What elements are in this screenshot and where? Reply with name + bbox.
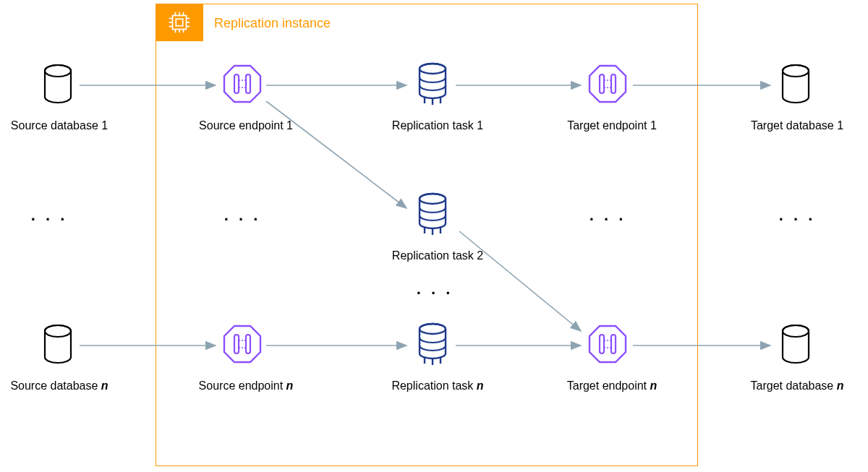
replication-task-icon xyxy=(414,322,451,369)
label-italic: n xyxy=(101,379,109,392)
endpoint-icon xyxy=(587,63,629,108)
label-italic: n xyxy=(286,379,294,392)
svg-marker-38 xyxy=(224,326,260,362)
replication-task-1-label: Replication task 1 xyxy=(392,119,483,132)
svg-marker-33 xyxy=(224,66,260,102)
database-icon xyxy=(778,324,814,367)
source-database-1-label: Source database 1 xyxy=(11,119,108,132)
label-text: Replication task xyxy=(391,379,476,392)
label-text: Source database xyxy=(10,379,101,392)
database-icon xyxy=(778,64,814,107)
ellipsis: . . . xyxy=(224,206,261,225)
target-database-1-label: Target database 1 xyxy=(751,119,843,132)
ellipsis: . . . xyxy=(779,206,816,225)
source-endpoint-1-label: Source endpoint 1 xyxy=(199,119,293,132)
label-text: Target endpoint xyxy=(567,379,650,392)
database-icon xyxy=(40,324,76,367)
source-endpoint-n-label: Source endpoint n xyxy=(199,379,294,392)
label-text: Source endpoint xyxy=(199,379,286,392)
target-endpoint-1-label: Target endpoint 1 xyxy=(567,119,657,132)
replication-task-n-label: Replication task n xyxy=(391,379,483,392)
ellipsis: . . . xyxy=(590,206,626,225)
database-icon xyxy=(40,64,76,107)
svg-rect-1 xyxy=(176,19,183,26)
target-database-n-label: Target database n xyxy=(751,379,844,392)
source-database-n-label: Source database n xyxy=(10,379,108,392)
svg-marker-48 xyxy=(590,326,626,362)
target-endpoint-n-label: Target endpoint n xyxy=(567,379,658,392)
chip-icon-tab xyxy=(156,4,203,41)
endpoint-icon xyxy=(221,323,263,368)
endpoint-icon xyxy=(587,323,629,368)
chip-icon xyxy=(166,9,193,36)
svg-marker-43 xyxy=(590,66,626,102)
ellipsis: . . . xyxy=(417,280,454,299)
container-title: Replication instance xyxy=(214,16,331,31)
label-italic: n xyxy=(650,379,657,392)
label-text: Target database xyxy=(751,379,837,392)
replication-task-icon xyxy=(414,61,451,109)
ellipsis: . . . xyxy=(31,206,68,225)
label-italic: n xyxy=(837,379,844,392)
replication-task-icon xyxy=(414,192,451,239)
replication-task-2-label: Replication task 2 xyxy=(392,249,483,262)
label-italic: n xyxy=(477,379,484,392)
endpoint-icon xyxy=(221,63,263,108)
svg-rect-0 xyxy=(173,16,187,30)
